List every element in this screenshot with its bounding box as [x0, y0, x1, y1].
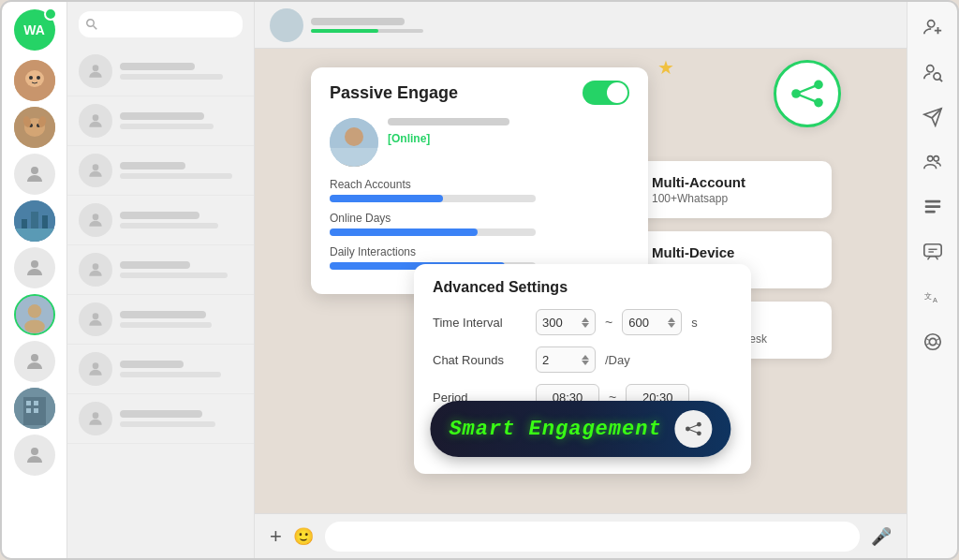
svg-rect-26: [34, 408, 38, 413]
svg-point-20: [31, 354, 38, 361]
arrow-up-1[interactable]: [582, 317, 589, 322]
support-icon[interactable]: [919, 328, 947, 356]
chat-item-4[interactable]: [67, 196, 254, 245]
chat-item-1[interactable]: [67, 47, 254, 96]
arrow-up-2[interactable]: [668, 317, 675, 322]
avatar-7[interactable]: [14, 341, 55, 382]
chat-item-8[interactable]: [67, 394, 254, 444]
chat-list: [67, 2, 255, 558]
user-info: [Online]: [388, 118, 629, 146]
share-icon-circle[interactable]: [774, 60, 841, 127]
translate-icon[interactable]: 文 A: [919, 283, 947, 311]
arrow-down-3[interactable]: [582, 361, 589, 365]
app-wrapper: WA: [0, 0, 959, 560]
passive-engage-toggle[interactable]: [583, 81, 629, 105]
feature-name-2: Multi-Device: [652, 244, 734, 260]
chat-list-header: [67, 2, 254, 47]
smart-engagement-text: Smart Engagement: [449, 418, 661, 441]
svg-line-51: [688, 429, 700, 434]
avatar-5[interactable]: [14, 247, 55, 288]
group-icon[interactable]: [919, 148, 947, 176]
arrow-down-2[interactable]: [668, 323, 675, 328]
svg-line-29: [94, 26, 97, 30]
svg-point-30: [93, 65, 99, 71]
chat-input-field[interactable]: [325, 522, 860, 552]
svg-rect-25: [26, 408, 31, 413]
arrow-down-1[interactable]: [582, 323, 589, 328]
chat-rounds-row: Chat Rounds 2 /Day: [433, 346, 732, 373]
user-avatar: [330, 118, 378, 167]
svg-point-37: [93, 412, 99, 419]
svg-text:A: A: [933, 296, 937, 304]
svg-point-31: [93, 114, 99, 121]
main-chat: ★ Passive Engage: [255, 2, 907, 558]
svg-point-27: [31, 448, 38, 455]
svg-point-2: [29, 76, 33, 80]
avatar-2[interactable]: [14, 107, 55, 148]
time-interval-input-1[interactable]: 300: [536, 309, 596, 335]
search-contact-icon[interactable]: [919, 58, 947, 86]
chat-item-7[interactable]: [67, 345, 254, 394]
add-contact-icon[interactable]: [919, 13, 947, 41]
time-interval-spinner-2[interactable]: [668, 317, 675, 328]
add-icon[interactable]: +: [270, 524, 282, 549]
svg-rect-23: [26, 401, 31, 405]
svg-point-55: [926, 66, 933, 72]
stat-online-label: Online Days: [330, 212, 629, 225]
svg-point-39: [345, 127, 363, 146]
svg-point-36: [93, 362, 99, 369]
svg-point-69: [929, 338, 936, 345]
time-interval-input-2[interactable]: 600: [622, 309, 682, 335]
chat-rounds-input[interactable]: 2: [536, 346, 596, 373]
chat-item-3[interactable]: [67, 146, 254, 196]
online-badge: [Online]: [388, 132, 430, 145]
svg-point-43: [814, 81, 823, 90]
svg-rect-41: [330, 148, 378, 167]
chat-rounds-spinner[interactable]: [582, 355, 589, 365]
chat-messages: ★ Passive Engage: [255, 49, 907, 513]
smart-engagement-banner: Smart Engagement: [430, 401, 730, 457]
mic-icon[interactable]: 🎤: [871, 526, 892, 547]
star-icon: ★: [657, 56, 674, 79]
svg-rect-15: [14, 228, 55, 242]
app-logo[interactable]: WA: [14, 9, 55, 51]
avatar-3[interactable]: [14, 154, 55, 195]
svg-point-10: [31, 167, 38, 174]
svg-rect-62: [924, 211, 935, 214]
svg-point-44: [814, 98, 823, 108]
stat-daily-label: Daily Interactions: [330, 245, 629, 258]
passive-engage-title: Passive Engage: [330, 83, 458, 103]
avatar-sidebar: WA: [2, 2, 67, 558]
passive-engage-card: Passive Engage: [311, 67, 648, 294]
chat-icon[interactable]: [919, 238, 947, 266]
svg-point-3: [37, 76, 40, 80]
chat-input-bar: + 🙂 🎤: [255, 513, 907, 558]
svg-point-16: [31, 260, 38, 268]
send-icon[interactable]: [919, 103, 947, 131]
search-bar[interactable]: [79, 11, 243, 37]
smart-engagement-share-button[interactable]: [675, 410, 713, 448]
avatar-8[interactable]: [14, 388, 55, 429]
feature-name-1: Multi-Account: [652, 174, 745, 190]
svg-point-59: [933, 156, 938, 162]
avatar-4[interactable]: [14, 200, 55, 242]
svg-line-57: [939, 79, 942, 81]
svg-point-19: [24, 319, 45, 333]
chat-item-6[interactable]: [67, 295, 254, 345]
svg-point-34: [93, 263, 99, 270]
svg-rect-63: [923, 244, 940, 257]
emoji-icon[interactable]: 🙂: [293, 526, 314, 547]
chat-item-2[interactable]: [67, 96, 254, 146]
svg-line-46: [796, 94, 819, 103]
avatar-6[interactable]: [14, 294, 55, 335]
list-icon[interactable]: [919, 193, 947, 221]
avatar-1[interactable]: [14, 60, 55, 101]
time-interval-spinner-1[interactable]: [582, 317, 589, 328]
chat-item-5[interactable]: [67, 245, 254, 295]
svg-point-52: [927, 21, 934, 27]
arrow-up-3[interactable]: [582, 355, 589, 360]
chat-rounds-label: Chat Rounds: [433, 353, 526, 367]
svg-line-50: [688, 424, 700, 429]
avatar-9[interactable]: [14, 435, 55, 476]
logo-text: WA: [23, 22, 45, 37]
